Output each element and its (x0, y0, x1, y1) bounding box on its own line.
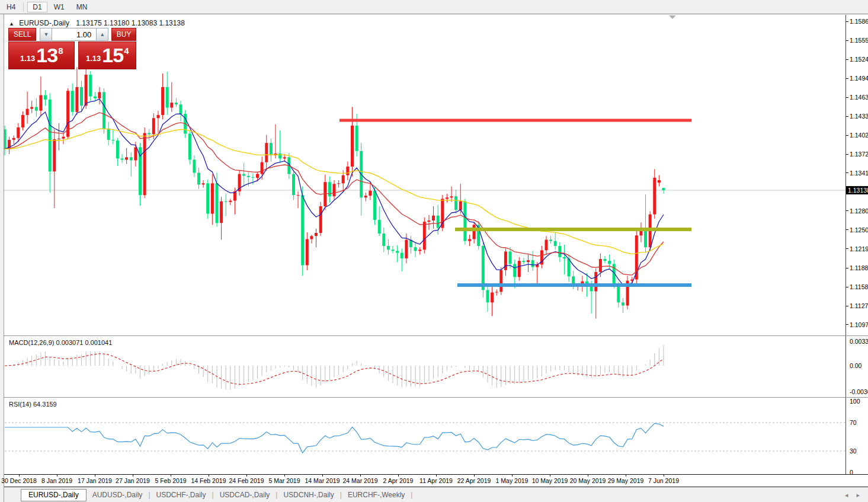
date-axis-tick (19, 475, 20, 477)
date-axis-label: 29 May 2019 (608, 477, 644, 484)
chart-tab[interactable]: EURCHF-,Weekly (342, 491, 411, 499)
date-axis-tick (512, 475, 513, 477)
macd-axis-label: 0.00 (850, 362, 861, 369)
date-axis-tick (209, 475, 209, 477)
buy-price-big-figure: 1.13 (86, 54, 101, 63)
chart-tab[interactable]: USDCNH-,Daily (277, 491, 339, 499)
volume-decrease-button[interactable]: ▼ (40, 28, 52, 41)
timeframe-button-mn[interactable]: MN (71, 2, 93, 12)
price-axis-tick (846, 154, 848, 155)
chart-shift-marker-icon (669, 15, 676, 19)
timeframe-button-d1[interactable]: D1 (27, 2, 47, 12)
buy-price-display[interactable]: 1.13 15 4 (78, 41, 136, 69)
macd-indicator-pane[interactable]: MACD(12,26,9) 0.003071 0.001041 0.003392… (4, 336, 868, 398)
date-axis-label: 5 Feb 2019 (155, 477, 186, 484)
price-axis-label: 1.14940 (850, 75, 868, 82)
price-axis-tick (846, 97, 848, 98)
price-axis-tick (846, 40, 848, 41)
price-chart-pane[interactable]: ▲ EURUSD-,Daily 1.13175 1.13180 1.13083 … (4, 15, 868, 336)
volume-input[interactable] (52, 28, 96, 41)
date-axis-tick (171, 475, 171, 477)
price-axis-label: 1.10970 (850, 321, 868, 328)
date-axis-label: 7 Jun 2019 (648, 477, 679, 484)
price-axis-label: 1.15245 (850, 56, 868, 63)
sell-price-display[interactable]: 1.13 13 8 (8, 41, 75, 69)
price-axis-tick (846, 248, 848, 249)
price-axis-tick (846, 324, 848, 325)
chart-tab[interactable]: AUDUSD-,Daily (87, 491, 149, 499)
rsi-canvas[interactable] (4, 398, 845, 474)
chart-window: ▲ EURUSD-,Daily 1.13175 1.13180 1.13083 … (4, 15, 868, 502)
price-axis-tick (846, 59, 848, 60)
date-axis-label: 10 May 2019 (532, 477, 568, 484)
chart-tab[interactable]: USDCHF-,Daily (150, 491, 212, 499)
price-axis-tick (846, 172, 848, 173)
date-axis-tick (246, 475, 247, 477)
price-axis-tick (846, 21, 848, 22)
price-axis-label: 1.15860 (850, 18, 868, 25)
price-axis-label: 1.11275 (850, 302, 868, 309)
macd-axis-label: 0.003392 (850, 338, 868, 345)
date-axis-tick (57, 475, 57, 477)
collapse-panel-icon[interactable]: ▲ (9, 21, 14, 27)
one-click-trade-panel: SELL ▼ ▲ BUY 1.13 13 8 1.13 15 4 (8, 28, 136, 69)
date-axis[interactable]: 30 Dec 20188 Jan 201917 Jan 201927 Jan 2… (4, 474, 868, 487)
date-axis-tick (664, 475, 664, 477)
date-axis-label: 2 Apr 2019 (383, 477, 414, 484)
price-axis-tick (846, 306, 848, 306)
sell-price-big-figure: 1.13 (20, 54, 35, 63)
chart-title: ▲ EURUSD-,Daily 1.13175 1.13180 1.13083 … (9, 19, 185, 27)
sell-button[interactable]: SELL (8, 28, 36, 41)
date-axis-tick (284, 475, 285, 477)
chart-ohlc-values: 1.13175 1.13180 1.13083 1.13138 (76, 19, 185, 27)
sell-price-fraction: 8 (58, 46, 63, 56)
buy-button[interactable]: BUY (111, 28, 136, 41)
price-axis-tick (846, 287, 848, 287)
price-axis-tick (846, 268, 848, 268)
date-axis-tick (588, 475, 588, 477)
date-axis-label: 22 Apr 2019 (457, 477, 491, 484)
rsi-axis-label: 30 (850, 447, 857, 455)
rsi-axis: 10070300 (846, 398, 868, 474)
tab-separator: | (411, 491, 412, 499)
price-axis-tick (846, 229, 848, 230)
macd-canvas[interactable] (4, 336, 845, 397)
chart-tab-bar: EURUSD-,DailyAUDUSD-,Daily|USDCHF-,Daily… (4, 487, 868, 502)
rsi-axis-label: 100 (850, 398, 860, 405)
left-gutter (0, 14, 4, 502)
date-axis-tick (322, 475, 323, 477)
date-axis-label: 14 Mar 2019 (305, 477, 340, 484)
timeframe-toolbar: H4D1W1MN (0, 0, 868, 14)
rsi-axis-label: 70 (850, 419, 857, 426)
price-axis[interactable]: 1.13138 1.158601.155501.152451.149401.14… (846, 15, 868, 335)
chart-tab-active[interactable]: EURUSD-,Daily (21, 489, 87, 501)
rsi-indicator-pane[interactable]: RSI(14) 64.3159 10070300 (4, 398, 868, 474)
tab-scroll-left-icon[interactable]: ◂ (845, 491, 848, 499)
chart-tab[interactable]: USDCAD-,Daily (214, 491, 276, 499)
date-axis-tick (360, 475, 361, 477)
sell-price-pips: 13 (36, 44, 57, 67)
date-axis-tick (436, 475, 437, 477)
price-axis-label: 1.14635 (850, 94, 868, 101)
timeframe-button-h4[interactable]: H4 (1, 2, 21, 12)
timeframe-button-w1[interactable]: W1 (49, 2, 70, 12)
date-axis-label: 5 Mar 2019 (268, 477, 300, 484)
date-axis-tick (626, 475, 626, 477)
date-axis-tick (133, 475, 133, 477)
date-axis-label: 8 Jan 2019 (41, 477, 72, 484)
buy-price-fraction: 4 (124, 46, 129, 56)
date-axis-label: 30 Dec 2018 (1, 477, 37, 484)
price-axis-label: 1.14025 (850, 132, 868, 139)
toolbar-separator (23, 2, 24, 12)
volume-increase-button[interactable]: ▲ (96, 28, 108, 41)
tab-scroll-right-icon[interactable]: ▸ (856, 491, 860, 499)
current-price-tag: 1.13138 (846, 186, 868, 194)
macd-axis: 0.0033920.00-0.003664 (846, 336, 868, 397)
price-axis-label: 1.11885 (850, 264, 868, 271)
chart-symbol-label: EURUSD-,Daily (19, 19, 69, 27)
price-axis-label: 1.13415 (850, 170, 868, 177)
buy-price-pips: 15 (102, 44, 123, 67)
price-axis-label: 1.15550 (850, 37, 868, 44)
price-axis-tick (846, 78, 848, 79)
date-axis-label: 14 Feb 2019 (191, 477, 226, 484)
